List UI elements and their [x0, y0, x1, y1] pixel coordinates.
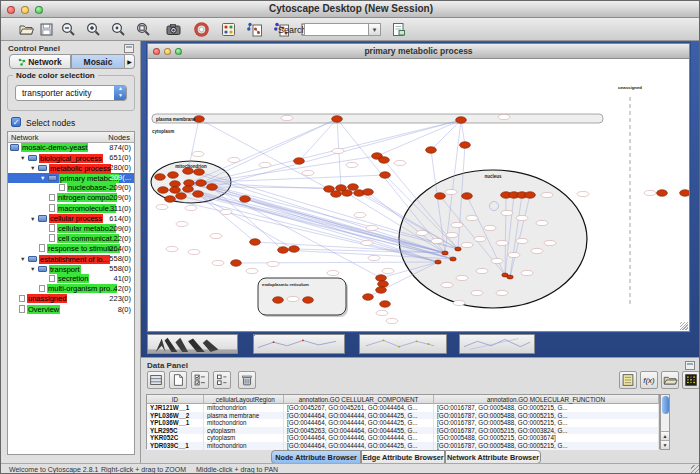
node[interactable]: [442, 251, 448, 255]
tree-row[interactable]: cell communicat...22(0): [8, 234, 134, 244]
node-label[interactable]: [267, 261, 279, 266]
node-label[interactable]: [386, 318, 398, 323]
node[interactable]: [435, 260, 441, 264]
node-label[interactable]: [361, 240, 373, 245]
dropdown-stepper-icon[interactable]: ▲▼: [114, 85, 127, 101]
tab-node-attribute-browser[interactable]: Node Attribute Browser: [271, 450, 361, 464]
node[interactable]: [348, 184, 359, 191]
expand-arrow-icon[interactable]: ▼: [20, 153, 28, 163]
edge[interactable]: [377, 120, 461, 156]
node-label[interactable]: [287, 296, 299, 301]
table-row[interactable]: YLR295Ccytoplasm[GO:0045263, GO:0044464,…: [147, 427, 659, 435]
tree-row[interactable]: nucleobase-...209(0): [8, 183, 134, 193]
tree-row[interactable]: ▼metabolic process280(0): [8, 163, 134, 173]
tree-row[interactable]: mosaic-demo-yeast874(0): [8, 143, 134, 153]
node-label[interactable]: [166, 246, 178, 251]
node-label[interactable]: [531, 248, 543, 253]
table-vertical-scrollbar[interactable]: ▲ ▼: [660, 394, 670, 450]
node-label[interactable]: [461, 242, 473, 247]
help-icon[interactable]: [193, 21, 210, 38]
node[interactable]: [193, 191, 204, 198]
import-network-icon[interactable]: [246, 21, 263, 38]
node-label[interactable]: [445, 189, 457, 194]
snapshot-icon[interactable]: [165, 21, 182, 38]
node-label[interactable]: [394, 160, 406, 165]
table-row[interactable]: YPL036W__2plasma membrane[GO:0044464, GO…: [147, 412, 659, 420]
node-label[interactable]: [536, 220, 548, 225]
node[interactable]: [240, 196, 251, 203]
zoom-in-icon[interactable]: [85, 21, 102, 38]
node[interactable]: [155, 174, 166, 181]
formula-icon[interactable]: f(x): [640, 371, 658, 389]
node-label[interactable]: [246, 268, 258, 273]
node[interactable]: [273, 297, 284, 304]
node-label[interactable]: [332, 148, 344, 153]
tree-row[interactable]: Overview8(0): [8, 305, 134, 315]
node-label[interactable]: [210, 233, 222, 238]
node-label[interactable]: [496, 240, 508, 245]
node[interactable]: [165, 196, 176, 203]
tree-row[interactable]: multi-organism pro...42(0): [8, 284, 134, 294]
node-label[interactable]: [259, 162, 271, 167]
node-label[interactable]: [501, 210, 513, 215]
node-label[interactable]: [156, 204, 168, 209]
save-icon[interactable]: [38, 21, 55, 38]
node-label[interactable]: [466, 215, 478, 220]
tree-row[interactable]: ▼biological_process651(0): [8, 153, 134, 163]
attribute-table-header[interactable]: ID_cellularLayoutRegionannotation.GO CEL…: [147, 395, 659, 404]
node-label[interactable]: [474, 236, 486, 241]
expand-arrow-icon[interactable]: ▼: [30, 214, 38, 224]
node-label[interactable]: [446, 232, 458, 237]
node[interactable]: [176, 193, 187, 200]
tree-row[interactable]: ▼transport558(0): [8, 264, 134, 274]
node-label[interactable]: [441, 282, 453, 287]
node[interactable]: [168, 172, 179, 179]
node[interactable]: [460, 142, 471, 149]
node-label[interactable]: [541, 192, 553, 197]
tree-row[interactable]: ▼primary metabo...209(...: [8, 173, 134, 183]
network-view-titlebar[interactable]: primary metabolic process: [148, 44, 689, 59]
node[interactable]: [170, 187, 181, 194]
select-nodes-checkbox[interactable]: ✓: [11, 117, 21, 127]
node[interactable]: [342, 190, 353, 197]
edge[interactable]: [461, 120, 465, 145]
node[interactable]: [331, 191, 342, 198]
node[interactable]: [462, 193, 473, 200]
edge[interactable]: [212, 187, 341, 188]
node[interactable]: [380, 172, 391, 179]
node[interactable]: [278, 247, 289, 254]
node-label[interactable]: [185, 205, 197, 210]
table-column-header[interactable]: annotation.GO MOLECULAR_FUNCTION: [434, 395, 659, 404]
expand-arrow-icon[interactable]: ▼: [40, 173, 48, 183]
expand-arrow-icon[interactable]: ▼: [30, 163, 38, 173]
node[interactable]: [376, 287, 387, 294]
edge[interactable]: [170, 199, 438, 262]
node[interactable]: [680, 190, 689, 197]
tree-row[interactable]: macromolecule...311(0): [8, 204, 134, 214]
scroll-down-icon[interactable]: ▼: [661, 440, 669, 449]
node-label[interactable]: [491, 258, 503, 263]
node-label[interactable]: [516, 238, 528, 243]
node-label[interactable]: [376, 310, 388, 315]
background-window[interactable]: [147, 334, 238, 354]
table-row[interactable]: YPL036W__1mitochondrion[GO:0044464, GO:0…: [147, 419, 659, 427]
table-row[interactable]: YKR052Ccytoplasm[GO:0044464, GO:0044446,…: [147, 434, 659, 442]
node[interactable]: [456, 117, 467, 124]
table-column-header[interactable]: _cellularLayoutRegion: [204, 395, 284, 404]
node-label[interactable]: [188, 249, 200, 254]
node-label[interactable]: [366, 225, 378, 230]
tab-network-attribute-browser[interactable]: Network Attribute Browser: [445, 450, 541, 464]
scroll-up-icon[interactable]: ▲: [661, 431, 669, 440]
table-column-header[interactable]: ID: [147, 395, 204, 404]
node-label[interactable]: [516, 215, 528, 220]
node[interactable]: [378, 281, 389, 288]
node-label[interactable]: [577, 191, 589, 196]
edge[interactable]: [431, 120, 461, 150]
float-panel-icon[interactable]: [124, 44, 134, 53]
node[interactable]: [294, 158, 305, 165]
node-label[interactable]: [382, 268, 394, 273]
node[interactable]: [332, 116, 343, 123]
more-tabs-button[interactable]: ▶: [125, 54, 135, 69]
node[interactable]: [657, 190, 668, 197]
node-label[interactable]: [192, 151, 204, 156]
